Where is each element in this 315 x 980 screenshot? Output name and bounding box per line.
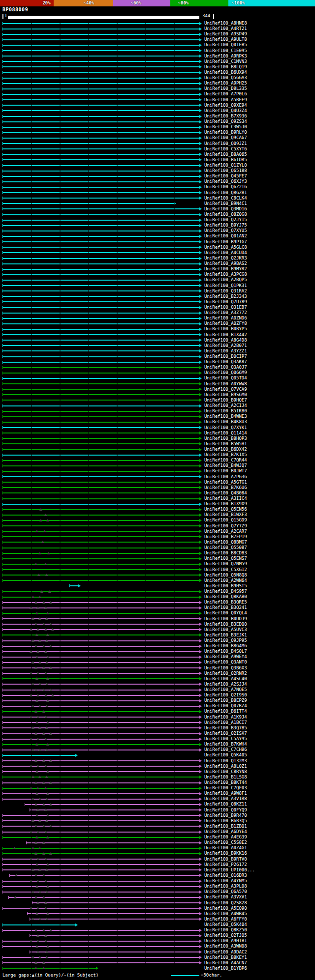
hit-label[interactable]: UniRef100_C1E095 (204, 48, 247, 54)
hit-label[interactable]: UniRef100_Q9XE94 (204, 103, 247, 108)
hit-label[interactable]: UniRef100_A5BEE9 (204, 97, 247, 103)
hit-label[interactable]: UniRef100_C3W5J0 (204, 124, 247, 130)
hit-label[interactable]: UniRef100_A5UVC3 (204, 627, 247, 633)
hit-label[interactable]: UniRef100_Q55087 (204, 545, 247, 550)
hit-label[interactable]: UniRef100_A3PCG8 (204, 272, 247, 277)
hit-label[interactable]: UniRef100_Q4B084 (204, 490, 247, 496)
hit-label[interactable]: UniRef100_B5W5H1 (204, 441, 247, 447)
hit-label[interactable]: UniRef100_B0JWT7 (204, 468, 247, 474)
hit-label[interactable]: UniRef100_C7QR44 (204, 458, 247, 463)
hit-label[interactable]: UniRef100_A9RPK3 (204, 54, 247, 59)
hit-label[interactable]: UniRef100_A5GTG1 (204, 480, 247, 485)
hit-label[interactable]: UniRef100_Q2JY15 (204, 217, 247, 223)
hit-label[interactable]: UniRef100_B1LSG8 (204, 775, 247, 780)
hit-label[interactable]: UniRef100_Q5EN56 (204, 507, 247, 512)
hit-label[interactable]: UniRef100_Q8KZ11 (204, 802, 247, 807)
hit-label[interactable]: UniRef100_Q8Z0G8 (204, 212, 247, 217)
hit-label[interactable]: UniRef100_C5S8E2 (204, 840, 247, 845)
hit-label[interactable]: UniRef100_B9P1G7 (204, 239, 247, 245)
hit-label[interactable]: UniRef100_Q07RZ4 (204, 703, 247, 709)
hit-label[interactable]: UniRef100_B2J343 (204, 294, 247, 299)
hit-label[interactable]: UniRef100_A3WN08 (204, 944, 247, 949)
hit-label[interactable]: UniRef100_P26172 (204, 862, 247, 867)
hit-label[interactable]: UniRef100_A4RT21 (204, 26, 247, 31)
hit-label[interactable]: UniRef100_Q2ISX7 (204, 731, 247, 736)
hit-label[interactable]: UniRef100_B9RLY0 (204, 130, 247, 135)
hit-label[interactable]: UniRef100_B8KEY1 (204, 955, 247, 960)
hit-label[interactable]: UniRef100_Q6XJY3 (204, 179, 247, 184)
hit-label[interactable]: UniRef100_Q3A0J7 (204, 365, 247, 370)
hit-label[interactable]: UniRef100_C5XYT6 (204, 146, 247, 152)
hit-label[interactable]: UniRef100_B9YJ75 (204, 223, 247, 228)
hit-label[interactable]: UniRef100_B1YBP6 (204, 966, 247, 971)
hit-label[interactable]: UniRef100_B1ZBQ1 (204, 824, 247, 829)
hit-label[interactable]: UniRef100_Q7Y7Z9 (204, 523, 247, 529)
hit-label[interactable]: UniRef100_Q6A570 (204, 889, 247, 894)
hit-label[interactable]: UniRef100_B9S6M0 (204, 392, 247, 398)
hit-label[interactable]: UniRef100_Q09JZ1 (204, 141, 247, 146)
hit-label[interactable]: UniRef100_Q16DR3 (204, 873, 247, 878)
hit-label[interactable]: UniRef100_A2CAR7 (204, 529, 247, 534)
hit-label[interactable]: UniRef100_Q9CA67 (204, 135, 247, 141)
hit-label[interactable]: UniRef100_C5AY95 (204, 736, 247, 742)
hit-label[interactable]: UniRef100_C7CHB6 (204, 747, 247, 752)
hit-label[interactable]: UniRef100_Q5N8Q8 (204, 573, 247, 578)
hit-label[interactable]: UniRef100_Q01AN2 (204, 233, 247, 239)
hit-label[interactable]: UniRef100_A0Z4G1 (204, 845, 247, 851)
hit-label[interactable]: UniRef100_B9MYR2 (204, 266, 247, 272)
hit-label[interactable]: UniRef100_Q9ZS34 (204, 119, 247, 124)
hit-label[interactable]: UniRef100_B6DX42 (204, 447, 247, 452)
hit-label[interactable]: UniRef100_B1X9X9 (204, 501, 247, 507)
hit-label[interactable]: UniRef100_D0CIP7 (204, 354, 247, 359)
hit-label[interactable]: UniRef100_Q45FE7 (204, 173, 247, 179)
hit-label[interactable]: UniRef100_B8HQP3 (204, 436, 247, 441)
hit-label[interactable]: UniRef100_B3EDQ0 (204, 622, 247, 627)
hit-label[interactable]: UniRef100_B3EJK1 (204, 633, 247, 638)
hit-label[interactable]: UniRef100_A8G4D8 (204, 338, 247, 343)
hit-label[interactable]: UniRef100_Q2RNR2 (204, 671, 247, 676)
hit-label[interactable]: UniRef100_B4WNE3 (204, 414, 247, 419)
hit-label[interactable]: UniRef100_C8RYN8 (204, 769, 247, 775)
hit-label[interactable]: UniRef100_Q31EB7 (204, 305, 247, 310)
hit-label[interactable]: UniRef100_Q5ENS7 (204, 556, 247, 561)
hit-label[interactable]: UniRef100_B9N4C1 (204, 201, 247, 206)
hit-label[interactable]: UniRef100_A4ACN7 (204, 960, 247, 966)
hit-label[interactable]: UniRef100_Q3AK87 (204, 359, 247, 365)
hit-label[interactable]: UniRef100_A4WR45 (204, 911, 247, 917)
hit-label[interactable]: UniRef100_Q5K405 (204, 752, 247, 758)
hit-label[interactable]: UniRef100_Q5K404 (204, 922, 247, 927)
hit-label[interactable]: UniRef100_A9PH25 (204, 81, 247, 86)
hit-label[interactable]: UniRef100_A2B071 (204, 343, 247, 348)
hit-label[interactable]: UniRef100_A9HTB1 (204, 938, 247, 944)
hit-label[interactable]: UniRef100_UPI000... (204, 867, 255, 873)
hit-label[interactable]: UniRef100_B9HQE7 (204, 398, 247, 403)
hit-label[interactable]: UniRef100_A6DYE4 (204, 829, 247, 835)
hit-label[interactable]: UniRef100_Q7NM59 (204, 561, 247, 567)
hit-label[interactable]: UniRef100_B0BYP5 (204, 326, 247, 332)
hit-label[interactable]: UniRef100_Q3MD16 (204, 206, 247, 212)
hit-label[interactable]: UniRef100_A3VXV1 (204, 894, 247, 900)
hit-label[interactable]: UniRef100_A7P0L6 (204, 91, 247, 97)
hit-label[interactable]: UniRef100_A3Z772 (204, 310, 247, 316)
hit-label[interactable]: UniRef100_Q0FYQ9 (204, 807, 247, 813)
hit-label[interactable]: UniRef100_Q8KZ50 (204, 927, 247, 933)
hit-label[interactable]: UniRef100_B4S957 (204, 589, 247, 594)
hit-label[interactable]: UniRef100_B6ITT4 (204, 709, 247, 714)
hit-label[interactable]: UniRef100_B1X442 (204, 332, 247, 338)
hit-label[interactable]: UniRef100_B9RTV0 (204, 857, 247, 862)
hit-label[interactable]: UniRef100_B6TDR5 (204, 157, 247, 163)
hit-label[interactable]: UniRef100_A5EQ90 (204, 906, 247, 911)
hit-label[interactable]: UniRef100_A0YWW8 (204, 381, 247, 387)
hit-label[interactable]: UniRef100_C8CLK4 (204, 196, 247, 201)
hit-label[interactable]: UniRef100_B5IKB0 (204, 408, 247, 414)
hit-label[interactable]: UniRef100_Q11414 (204, 431, 247, 436)
hit-label[interactable]: UniRef100_B8A065 (204, 152, 247, 157)
hit-label[interactable]: UniRef100_Q9JP95 (204, 638, 247, 643)
hit-label[interactable]: UniRef100_Q8GZB1 (204, 190, 247, 196)
hit-label[interactable]: UniRef100_B3Q241 (204, 605, 247, 610)
hit-label[interactable]: UniRef100_B3Q7B5 (204, 725, 247, 731)
hit-label[interactable]: UniRef100_A9DAC2 (204, 950, 247, 955)
hit-label[interactable]: UniRef100_Q7VCA9 (204, 387, 247, 392)
hit-label[interactable]: UniRef100_B8G4M6 (204, 643, 247, 649)
hit-label[interactable]: UniRef100_A3IIC4 (204, 496, 247, 501)
